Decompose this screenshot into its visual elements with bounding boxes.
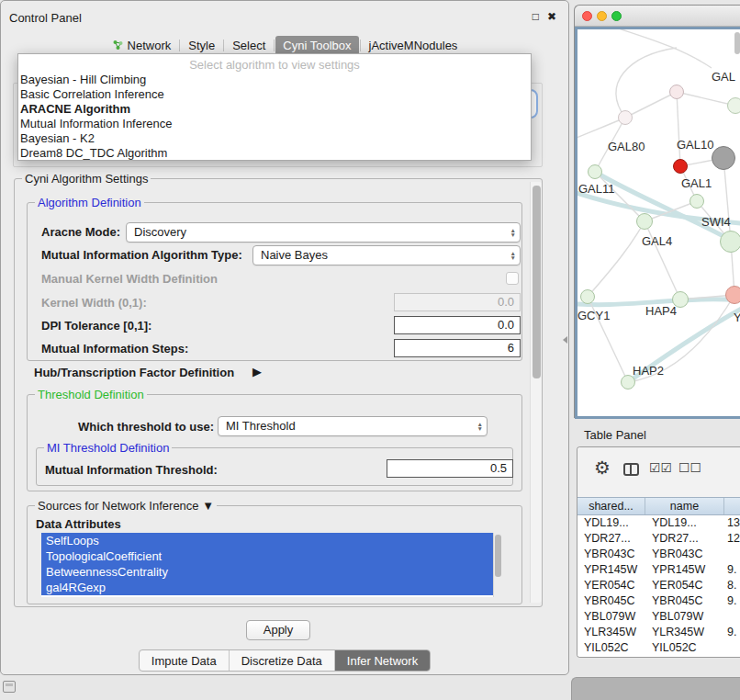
network-node[interactable] — [720, 231, 740, 253]
table-cell: YBL079W — [577, 609, 645, 625]
algorithm-option[interactable]: Mutual Information Inference — [18, 117, 531, 131]
scrollbar-thumb[interactable] — [495, 535, 501, 577]
table-row[interactable]: YPR145WYPR145W9. — [577, 562, 740, 578]
combo-value: Naive Bayes — [261, 248, 328, 262]
network-window-titlebar[interactable] — [575, 6, 740, 27]
tab-cyni-toolbox[interactable]: Cyni Toolbox — [275, 36, 358, 55]
network-node[interactable] — [618, 110, 633, 125]
table-cell: YER054C — [645, 578, 724, 593]
splitter-handle[interactable] — [563, 336, 567, 344]
column-header-name[interactable]: name — [645, 498, 724, 514]
list-item[interactable]: TopologicalCoefficient — [41, 548, 493, 564]
group-title: Cyni Algorithm Settings — [22, 172, 151, 186]
apply-button[interactable]: Apply — [246, 620, 310, 640]
zoom-traffic-light[interactable] — [611, 11, 622, 21]
float-window-icon[interactable]: □ — [533, 10, 539, 23]
tab-network[interactable]: Network — [105, 36, 179, 55]
algorithm-option[interactable]: Bayesian - Hill Climbing — [18, 73, 531, 87]
collapse-arrow-icon[interactable]: ▼ — [202, 499, 214, 513]
which-threshold-select[interactable]: MI Threshold ▲▼ — [218, 416, 488, 436]
node-label: GAL — [712, 70, 735, 84]
node-label: GCY1 — [577, 309, 610, 322]
table-cell: 8. — [724, 578, 740, 593]
close-window-icon[interactable]: ✖ — [547, 10, 556, 23]
settings-scrollbar[interactable] — [530, 182, 542, 603]
node-label: HAP4 — [645, 304, 677, 318]
table-row[interactable]: YBL079WYBL079W — [577, 609, 740, 625]
popup-placeholder: Select algorithm to view settings — [18, 57, 531, 73]
network-canvas[interactable]: GALGAL80GAL10GAL11GAL1SWI4GAL4GCY1HAP4HA… — [575, 27, 740, 419]
network-view-window: GALGAL80GAL10GAL11GAL1SWI4GAL4GCY1HAP4HA… — [574, 5, 740, 418]
attributes-scrollbar[interactable] — [493, 533, 502, 597]
algorithm-option[interactable]: Basic Correlation Inference — [18, 87, 531, 102]
column-layout-icon[interactable] — [623, 463, 639, 476]
restore-panel-icon[interactable] — [3, 681, 16, 693]
tab-discretize-data[interactable]: Discretize Data — [230, 650, 334, 671]
network-node[interactable] — [690, 194, 704, 209]
gear-icon[interactable]: ⚙ — [594, 457, 611, 479]
column-header-extra[interactable] — [724, 498, 740, 514]
node-label: GAL11 — [578, 182, 615, 196]
select-columns-unchecked-icon[interactable]: ☐☐ — [678, 460, 701, 475]
minimize-traffic-light[interactable] — [597, 11, 607, 21]
table-cell: YLR345W — [645, 625, 724, 640]
tab-infer-network[interactable]: Infer Network — [335, 650, 430, 671]
algorithm-option-selected[interactable]: ARACNE Algorithm — [18, 102, 531, 117]
which-threshold-label: Which threshold to use: — [78, 420, 214, 434]
list-item[interactable]: gal4RGexp — [41, 580, 493, 595]
list-item[interactable]: SelfLoops — [41, 533, 493, 548]
dpi-tolerance-field[interactable]: 0.0 — [394, 316, 521, 334]
tab-impute-data[interactable]: Impute Data — [140, 650, 229, 671]
dpi-tolerance-label: DPI Tolerance [0,1]: — [41, 319, 151, 333]
mi-algorithm-type-select[interactable]: Naive Bayes ▲▼ — [252, 245, 521, 265]
network-edge — [677, 92, 680, 166]
network-node[interactable] — [725, 286, 740, 304]
tab-style[interactable]: Style — [181, 36, 222, 55]
table-row[interactable]: YDR27...YDR27...12 — [577, 531, 740, 547]
network-node[interactable] — [580, 289, 595, 304]
table-cell: YIL052C — [577, 640, 645, 656]
scrollbar-thumb[interactable] — [533, 186, 541, 378]
table-row[interactable]: YBR043CYBR043C — [577, 547, 740, 562]
tab-jactivemnodules[interactable]: jActiveMNodules — [362, 36, 465, 55]
mi-steps-field[interactable]: 6 — [394, 339, 521, 357]
table-cell: YER054C — [577, 578, 645, 593]
network-node[interactable] — [636, 213, 653, 230]
table-toolbar: ⚙ ☑☑ ☐☐ — [577, 447, 740, 497]
network-edge — [595, 172, 645, 221]
network-node[interactable] — [588, 164, 602, 179]
combo-stepper-icon: ▲▼ — [510, 223, 516, 242]
network-icon — [112, 40, 124, 51]
group-title-text: Sources for Network Inference — [38, 499, 199, 513]
table-row[interactable]: YDL19...YDL19...13 — [577, 515, 740, 531]
network-node[interactable] — [712, 146, 735, 170]
expand-arrow-icon[interactable]: ▶ — [252, 365, 262, 378]
manual-kernel-width-checkbox[interactable] — [506, 272, 519, 285]
network-scrollbar-thumb[interactable] — [734, 32, 740, 54]
table-row[interactable]: YIL052CYIL052C — [577, 640, 740, 656]
collapsed-panel-bar[interactable] — [571, 677, 740, 700]
select-columns-checked-icon[interactable]: ☑☑ — [649, 460, 672, 475]
table-cell: YBR045C — [577, 593, 645, 609]
group-title[interactable]: Sources for Network Inference ▼ — [35, 499, 217, 513]
network-node[interactable] — [669, 85, 684, 99]
network-node[interactable] — [673, 159, 688, 174]
tab-label: Network — [128, 39, 172, 52]
column-header-shared-name[interactable]: shared... — [577, 498, 645, 514]
close-traffic-light[interactable] — [582, 11, 592, 21]
network-node[interactable] — [727, 97, 740, 114]
table-row[interactable]: YLR345WYLR345W9. — [577, 625, 740, 640]
table-cell: YBL079W — [645, 609, 724, 625]
mi-steps-label: Mutual Information Steps: — [41, 342, 188, 356]
table-row[interactable]: YER054CYER054C8. — [577, 578, 740, 593]
kernel-width-field[interactable]: 0.0 — [394, 293, 521, 311]
table-row[interactable]: YBR045CYBR045C9. — [577, 593, 740, 609]
table-cell — [724, 640, 740, 656]
mi-threshold-field[interactable]: 0.5 — [387, 459, 513, 478]
algorithm-option[interactable]: Bayesian - K2 — [18, 131, 531, 146]
algorithm-option[interactable]: Dream8 DC_TDC Algorithm — [18, 146, 531, 161]
list-item[interactable]: BetweennessCentrality — [41, 564, 493, 580]
node-label: GAL4 — [642, 234, 672, 248]
aracne-mode-select[interactable]: Discovery ▲▼ — [126, 222, 521, 243]
tab-select[interactable]: Select — [225, 36, 273, 55]
